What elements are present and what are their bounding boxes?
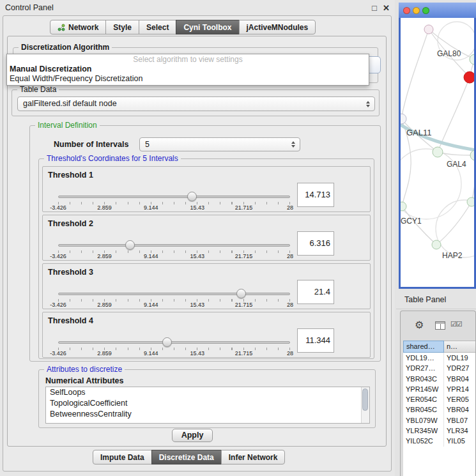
threshold-2-value-field[interactable]: 6.316 [297,231,334,256]
network-canvas[interactable]: GAL80 GAL11 GAL4 GCY1 HAP2 [401,18,474,287]
table-row[interactable]: YBR043C YBR04 [403,374,476,384]
zoom-traffic-light-icon[interactable] [422,7,429,14]
table-cell[interactable]: YLR345W [403,426,444,436]
network-node[interactable] [432,240,441,249]
table-cell[interactable]: YPR14 [444,384,476,394]
columns-icon[interactable] [435,321,445,330]
close-traffic-light-icon[interactable] [403,7,410,14]
table-cell[interactable]: YBR043C [403,374,444,384]
scale-tick-label: 21.715 [235,204,253,211]
tab-network[interactable]: Network [50,20,106,35]
table-row[interactable]: YDL19… YDL19 [403,353,476,363]
network-node[interactable] [401,114,406,124]
number-of-intervals-label: Number of Intervals [54,140,128,149]
float-window-icon[interactable]: □ [372,3,377,13]
column-header-shared-name[interactable]: shared… [403,341,444,353]
gear-icon[interactable]: ⚙ [415,319,424,331]
tab-jactivemodules[interactable]: jActiveMNodules [239,20,316,35]
table-cell[interactable]: YER05 [444,394,476,404]
table-row[interactable]: YLR345W YLR34 [403,426,476,436]
threshold-1-value-field[interactable]: 14.713 [297,183,334,207]
threshold-4-value-field[interactable]: 11.344 [297,328,334,353]
close-icon[interactable]: ✕ [383,3,390,13]
table-cell[interactable]: YDR27 [444,363,476,373]
table-cell[interactable]: YER054C [403,394,444,404]
slider-track[interactable] [58,196,290,198]
threshold-3-panel: Threshold 3 -3.426 2.859 9.144 15.43 21.… [42,263,371,309]
list-item-topologicalcoefficient[interactable]: TopologicalCoefficient [46,398,369,409]
table-row[interactable]: YDR27… YDR27 [403,363,476,373]
slider-thumb[interactable] [236,289,246,298]
table-cell[interactable]: YDR27… [403,363,444,373]
threshold-2-panel: Threshold 2 -3.426 2.859 9.144 15.43 21.… [42,215,371,261]
table-cell[interactable]: YBL079W [403,415,444,426]
threshold-3-slider[interactable]: -3.426 2.859 9.144 15.43 21.715 28 [58,287,290,309]
table-row[interactable]: YER054C YER05 [403,394,476,404]
numerical-attributes-list[interactable]: SelfLoops TopologicalCoefficient Between… [45,387,370,424]
table-row[interactable]: YBR045C YBR04 [403,404,476,415]
list-scrollbar[interactable] [361,387,369,423]
slider-scale: -3.426 2.859 9.144 15.43 21.715 28 [58,350,290,357]
tab-cyni-toolbox-label: Cyni Toolbox [183,23,231,32]
slider-thumb[interactable] [125,240,135,250]
network-node[interactable] [470,150,474,160]
dropdown-option-manual-discretization[interactable]: Manual Discretization [7,64,369,73]
tab-infer-network-label: Infer Network [229,453,278,462]
slider-thumb[interactable] [187,192,197,201]
table-row[interactable]: YIL052C YIL05 [403,436,476,446]
tab-impute-data[interactable]: Impute Data [93,450,152,464]
node-label-gal11: GAL11 [406,128,432,137]
dropdown-option-equal-width[interactable]: Equal Width/Frequency Discretization [7,73,369,83]
table-cell[interactable]: YLR34 [444,426,476,436]
network-node-selected[interactable] [464,72,474,83]
scale-tick-label: 9.144 [144,350,158,357]
network-node[interactable] [467,197,474,206]
network-node[interactable] [401,202,406,211]
tab-select[interactable]: Select [139,20,176,35]
thresholds-group-title: Threshold's Coordinates for 5 Intervals [44,154,181,163]
number-of-intervals-combobox[interactable]: 5 [139,137,300,151]
tab-style[interactable]: Style [105,20,139,35]
threshold-2-slider[interactable]: -3.426 2.859 9.144 15.43 21.715 28 [58,238,290,260]
tab-infer-network[interactable]: Infer Network [221,450,286,464]
network-node[interactable] [433,147,443,157]
threshold-3-value-field[interactable]: 21.4 [297,280,334,304]
tab-impute-data-label: Impute Data [100,453,144,462]
table-cell[interactable]: YIL052C [403,436,444,446]
column-header-name[interactable]: n… [444,341,476,353]
combobox-stepper-icon[interactable] [364,99,372,109]
table-data-combobox[interactable]: galFiltered.sif default node [17,96,375,111]
list-item-selfloops[interactable]: SelfLoops [46,387,369,398]
slider-track[interactable] [58,341,290,344]
network-node[interactable] [424,25,433,34]
table-row[interactable]: YBL079W YBL07 [403,415,476,426]
table-cell[interactable]: YDL19… [403,353,444,363]
table-cell[interactable]: YIL05 [444,436,476,446]
list-item-betweennesscentrality[interactable]: BetweennessCentrality [46,409,369,420]
dropdown-hint-option[interactable]: Select algorithm to view settings [7,54,369,64]
tab-cyni-toolbox[interactable]: Cyni Toolbox [176,20,239,35]
table-cell[interactable]: YDL19 [444,353,476,363]
network-window-titlebar[interactable] [399,3,476,18]
combobox-stepper-icon[interactable] [289,139,297,150]
table-cell[interactable]: YBR04 [444,404,476,415]
slider-thumb[interactable] [162,337,172,347]
slider-track[interactable] [58,244,290,247]
apply-button[interactable]: Apply [172,429,213,442]
table-cell[interactable]: YBL07 [444,415,476,426]
tab-discretize-data[interactable]: Discretize Data [151,450,222,464]
slider-track[interactable] [58,293,290,295]
table-cell[interactable]: YPR145W [403,384,444,394]
minimize-traffic-light-icon[interactable] [413,7,420,14]
threshold-4-slider[interactable]: -3.426 2.859 9.144 15.43 21.715 28 [58,335,290,357]
table-row[interactable]: YPR145W YPR14 [403,384,476,394]
scrollbar-thumb[interactable] [362,388,368,411]
table-cell[interactable]: YBR04 [444,374,476,384]
network-node[interactable] [470,54,474,65]
threshold-1-slider[interactable]: -3.426 2.859 9.144 15.43 21.715 28 [58,190,290,211]
slider-scale: -3.426 2.859 9.144 15.43 21.715 28 [58,253,290,259]
attributes-group-title: Attributes to discretize [44,365,125,374]
table-header-row: shared… n… [403,341,476,353]
table-cell[interactable]: YBR045C [403,404,444,415]
select-columns-checkboxes-icon[interactable]: ☑☑ [450,320,462,328]
